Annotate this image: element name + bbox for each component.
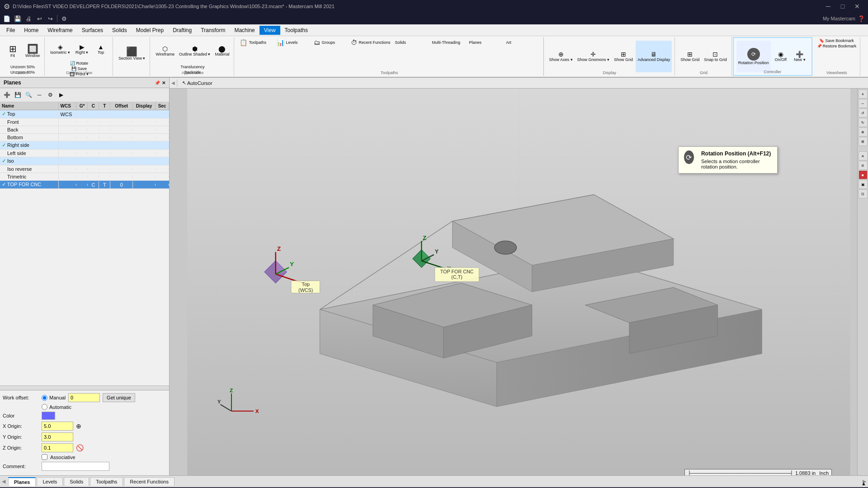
new-controller-button[interactable]: ➕ New ▾: [791, 41, 809, 72]
tab-solids[interactable]: Solids: [64, 477, 89, 486]
tab-recent-functions[interactable]: Recent Functions: [124, 477, 175, 486]
plane-row-iso[interactable]: ✓ Iso: [0, 157, 169, 165]
rmb-pan[interactable]: ⊕: [859, 127, 868, 136]
unzoom50-button[interactable]: Unzoom 50%: [9, 64, 36, 70]
art-button[interactable]: Art: [505, 38, 541, 47]
menu-surfaces[interactable]: Surfaces: [77, 26, 108, 35]
plane-row-isoreverse[interactable]: Iso reverse: [0, 165, 169, 173]
advanced-display-button[interactable]: 🖥 Advanced Display: [636, 41, 672, 72]
levels-button[interactable]: 📊 Levels: [275, 38, 311, 47]
autocursor-button[interactable]: ↖ AutoCursor: [179, 79, 216, 87]
snap-to-grid-button[interactable]: ⊡ Snap to Grid: [702, 41, 729, 72]
z-origin-input[interactable]: [42, 443, 73, 452]
menu-modelprep[interactable]: Model Prep: [132, 26, 168, 35]
plane-row-topforcnc[interactable]: ✓ TOP FOR CNC C T 0: [0, 181, 169, 189]
rmb-plus[interactable]: +: [859, 89, 868, 99]
translucency-button[interactable]: Translucency: [179, 64, 205, 70]
rmb-rot2[interactable]: ↻: [859, 118, 868, 127]
rmb-e[interactable]: ⊡: [859, 189, 868, 198]
groups-button[interactable]: 🗂 Groups: [312, 38, 348, 47]
plane-row-top[interactable]: ✓ Top WCS: [0, 110, 169, 118]
close-button[interactable]: ✕: [850, 0, 864, 13]
tab-planes[interactable]: Planes: [8, 477, 36, 486]
x-origin-pick-button[interactable]: ⊕: [76, 422, 81, 430]
show-gnomons-button[interactable]: ✛ Show Gnomons ▾: [576, 41, 612, 72]
color-swatch[interactable]: [42, 412, 55, 420]
minimize-button[interactable]: ─: [821, 0, 835, 13]
rmb-rot1[interactable]: ↺: [859, 108, 868, 117]
y-origin-input[interactable]: [42, 432, 73, 441]
menu-drafting[interactable]: Drafting: [168, 26, 196, 35]
comment-input[interactable]: [42, 462, 109, 471]
qat-save[interactable]: 💾: [13, 14, 23, 23]
qat-new[interactable]: 📄: [2, 14, 12, 23]
rmb-b[interactable]: B: [859, 161, 868, 170]
work-offset-input[interactable]: [68, 393, 100, 402]
nav-icon-left[interactable]: ◀: [2, 479, 5, 484]
restore-bookmark-button[interactable]: 📌 Restore Bookmark: [816, 43, 858, 49]
rmb-fit[interactable]: ⊞: [859, 137, 868, 146]
menu-solids[interactable]: Solids: [108, 26, 132, 35]
rmb-d[interactable]: ▣: [859, 180, 868, 189]
show-axes-button[interactable]: ⊕ Show Axes ▾: [547, 41, 575, 72]
show-grid-display-button[interactable]: ⊞ Show Grid: [612, 41, 635, 72]
material-button[interactable]: ⬤ Material: [213, 40, 231, 62]
qat-print[interactable]: 🖨: [24, 14, 33, 23]
plane-row-leftside[interactable]: Left side: [0, 150, 169, 157]
tab-toolpaths[interactable]: Toolpaths: [90, 477, 123, 486]
get-unique-button[interactable]: Get unique: [103, 393, 135, 402]
recent-functions-btn[interactable]: ⏱ Recent Functions: [349, 38, 392, 47]
save-bookmark-button[interactable]: 🔖 Save Bookmark: [818, 38, 855, 43]
toolpaths-mgr-button[interactable]: 📋 Toolpaths: [238, 38, 274, 47]
menu-toolpaths[interactable]: Toolpaths: [280, 26, 312, 35]
line-button[interactable]: ─: [34, 90, 44, 100]
section-view-button[interactable]: ⬛ Section View ▾: [117, 38, 147, 70]
menu-transform[interactable]: Transform: [196, 26, 230, 35]
outline-shaded-button[interactable]: ⬢ Outline Shaded ▾: [177, 40, 212, 62]
solids-mgr-button[interactable]: Solids: [393, 38, 429, 47]
automatic-radio-input[interactable]: [42, 404, 47, 410]
tab-levels[interactable]: Levels: [37, 477, 63, 486]
rmb-a[interactable]: A: [859, 151, 868, 160]
settings-button[interactable]: ⚙: [45, 90, 55, 100]
plane-row-back[interactable]: Back: [0, 126, 169, 134]
add-plane-button[interactable]: ➕: [2, 90, 12, 100]
isometric-button[interactable]: ◈ Isometric ▾: [48, 38, 72, 61]
panel-pin-button[interactable]: 📌: [155, 80, 160, 85]
planes-mgr-button[interactable]: Planes: [467, 38, 504, 47]
manual-radio[interactable]: Manual: [42, 395, 66, 401]
on-off-button[interactable]: ◉ On/Off: [772, 41, 790, 72]
window-controls[interactable]: ─ □ ✕: [821, 0, 864, 13]
multi-threading-button[interactable]: Multi-Threading: [430, 38, 467, 47]
wireframe-button[interactable]: ⬡ Wireframe: [154, 40, 176, 62]
qat-redo[interactable]: ↪: [45, 14, 55, 23]
save-plane-button[interactable]: 💾: [13, 90, 23, 100]
x-origin-input[interactable]: [42, 422, 73, 431]
h-scrollbar[interactable]: [0, 385, 169, 390]
more-button[interactable]: ▶: [56, 90, 66, 100]
fit-button[interactable]: ⊞ Fit: [4, 40, 22, 62]
rmb-minus[interactable]: −: [859, 99, 868, 108]
window-button[interactable]: 🔲 Window: [24, 40, 42, 62]
plane-row-rightside[interactable]: ✓ Right side: [0, 141, 169, 150]
menu-home[interactable]: Home: [19, 26, 43, 35]
show-grid-button[interactable]: ⊞ Show Grid: [679, 41, 701, 72]
z-origin-cancel-button[interactable]: 🚫: [76, 444, 84, 451]
top-view-button[interactable]: ▲ Top: [92, 38, 110, 61]
automatic-radio[interactable]: Automatic: [42, 404, 71, 410]
maximize-button[interactable]: □: [835, 0, 850, 13]
menu-wireframe[interactable]: Wireframe: [43, 26, 77, 35]
menu-machine[interactable]: Machine: [230, 26, 259, 35]
qat-settings[interactable]: ⚙: [59, 14, 69, 23]
rotate-button[interactable]: 🔄 Rotate: [69, 61, 89, 66]
plane-row-front[interactable]: Front: [0, 118, 169, 126]
manual-radio-input[interactable]: [42, 395, 47, 401]
rotation-position-button[interactable]: ⟳ Rotation Position: [736, 41, 771, 72]
plane-row-trimetric[interactable]: Trimetric: [0, 173, 169, 181]
panel-close-button[interactable]: ✕: [162, 80, 165, 85]
menu-view[interactable]: View: [259, 26, 280, 35]
qat-undo[interactable]: ↩: [34, 14, 44, 23]
help-button[interactable]: ❓: [856, 14, 866, 23]
associative-checkbox[interactable]: [42, 454, 47, 460]
rmb-c[interactable]: ■: [859, 170, 868, 179]
